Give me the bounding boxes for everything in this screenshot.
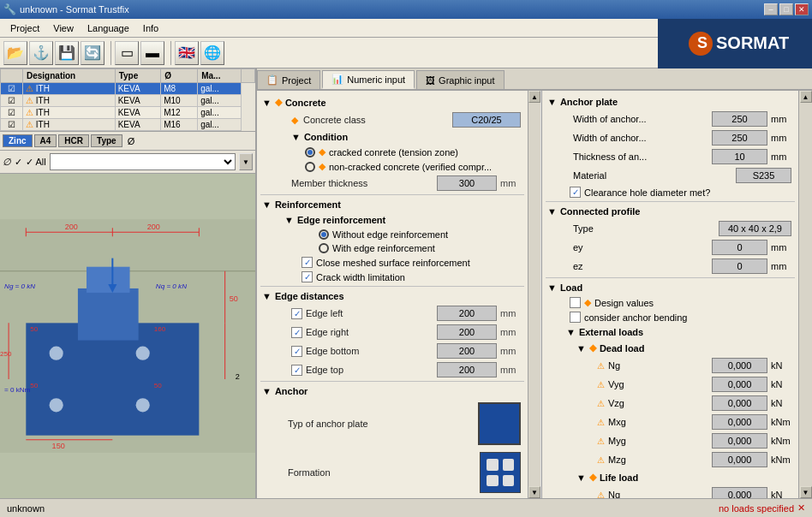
row-check-0[interactable]: ☑ [1,83,23,95]
close-mesh-check[interactable]: ✓ [302,257,313,268]
cracked-radio[interactable] [305,147,315,157]
crack-width-row[interactable]: ✓ Crack width limitation [274,270,524,284]
menu-info[interactable]: Info [136,21,165,35]
dead-load-header[interactable]: ▼ ◆ Dead load [559,340,795,356]
ap-clearance-row[interactable]: ✓ Clearance hole diameter met? [559,185,795,199]
condition-section-header[interactable]: ▼ Condition [274,129,524,145]
load-section-header[interactable]: ▼ Load [546,280,795,295]
tab-graphic-input[interactable]: 🖼 Graphic input [416,70,504,89]
anchor-section-header[interactable]: ▼ Anchor [260,383,524,399]
tab-numeric-input[interactable]: 📊 Numeric input [322,70,415,89]
mzg-value[interactable]: 0,000 [712,452,767,467]
non-cracked-radio[interactable] [305,162,315,172]
svg-text:50: 50 [154,382,162,389]
toolbar-view1-btn[interactable]: ▭ [115,41,139,65]
close-button[interactable]: ✕ [795,3,809,15]
non-cracked-radio-row[interactable]: ◆ non-cracked concrete (verified compr..… [274,159,524,174]
ap-clearance-check[interactable]: ✓ [570,187,581,198]
vzg-value[interactable]: 0,000 [712,395,767,411]
external-loads-header[interactable]: ▼ External loads [559,324,795,340]
formation-image[interactable] [480,452,521,493]
minimize-button[interactable]: – [764,3,778,15]
scroll-up-btn[interactable]: ▲ [528,91,540,103]
filter-dropdown[interactable] [50,153,236,170]
cracked-radio-row[interactable]: ◆ cracked conrete (tension zone) [274,145,524,159]
mxg-value[interactable]: 0,000 [712,414,767,430]
connected-profile-header[interactable]: ▼ Connected profile [546,204,795,219]
concrete-section-header[interactable]: ▼ ◆ Concrete [260,94,524,110]
without-edge-radio[interactable] [319,229,329,240]
table-row[interactable]: ☑ ⚠ ITH KEVA M10 gal... [1,95,255,107]
filter-tab-zinc[interactable]: Zinc [3,134,33,147]
close-mesh-row[interactable]: ✓ Close meshed surface reinforcement [274,255,524,270]
ap-material-value[interactable]: S235 [736,168,791,183]
toolbar-globe-btn[interactable]: 🌐 [200,41,224,65]
right-scrollbar[interactable]: ▲ ▼ [798,91,812,498]
row-check-1[interactable]: ☑ [1,95,23,107]
live-load-header[interactable]: ▼ ◆ Life load [559,469,795,485]
ng-value[interactable]: 0,000 [712,358,767,373]
nq-value[interactable]: 0,000 [712,487,767,498]
edge-top-value[interactable]: 200 [437,362,497,377]
edge-top-check[interactable]: ✓ [291,365,302,376]
r-scroll-down-btn[interactable]: ▼ [800,486,812,498]
edge-top-label: Edge top [306,365,433,375]
tab-project[interactable]: 📋 Project [257,70,320,89]
cp-ez-value[interactable]: 0 [712,258,767,274]
r-scroll-up-btn[interactable]: ▲ [800,91,812,103]
row-check-2[interactable]: ☑ [1,107,23,119]
edge-bottom-value[interactable]: 200 [437,343,497,359]
row-check-3[interactable]: ☑ [1,119,23,131]
filter-tab-a4[interactable]: A4 [34,134,57,147]
ap-width2-value[interactable]: 250 [712,130,767,146]
close-status-icon[interactable]: ✕ [797,502,805,514]
cp-type-label: Type [573,223,715,234]
edge-left-check[interactable]: ✓ [291,308,302,319]
without-edge-row[interactable]: Without edge reinforcement [274,228,524,241]
ap-width1-value[interactable]: 250 [712,111,767,127]
anchor-bending-check[interactable] [570,312,581,323]
toolbar-refresh-btn[interactable]: 🔄 [81,41,104,65]
toolbar-save-btn[interactable]: 💾 [55,41,79,65]
reinforcement-section-header[interactable]: ▼ Reinforcement [260,197,524,212]
toolbar-view2-btn[interactable]: ▬ [140,41,164,65]
myg-value[interactable]: 0,000 [712,433,767,449]
menu-project[interactable]: Project [3,21,46,35]
toolbar-anchor-btn[interactable]: ⚓ [29,41,53,65]
vyg-value[interactable]: 0,000 [712,377,767,392]
toolbar-open-btn[interactable]: 📂 [3,41,27,65]
menu-view[interactable]: View [46,21,81,35]
edge-distances-header[interactable]: ▼ Edge distances [260,288,524,304]
crack-width-check[interactable]: ✓ [302,271,313,282]
filter-tab-hcr[interactable]: HCR [58,134,89,147]
with-edge-row[interactable]: With edge reinforcement [274,241,524,255]
concrete-class-value[interactable]: C20/25 [452,112,521,128]
menu-language[interactable]: Language [81,21,136,35]
table-row[interactable]: ☑ ⚠ ITH KEVA M8 gal... [1,83,255,95]
maximize-button[interactable]: □ [779,3,793,15]
design-values-check[interactable] [570,297,581,308]
filter-tab-type[interactable]: Type [91,134,122,147]
title-bar-controls[interactable]: – □ ✕ [764,3,809,15]
edge-right-check[interactable]: ✓ [291,327,302,338]
cp-ey-value[interactable]: 0 [712,240,767,255]
cp-type-value[interactable]: 40 x 40 x 2,9 [719,221,791,236]
edge-bottom-check[interactable]: ✓ [291,346,302,357]
anchor-plate-section-header[interactable]: ▼ Anchor plate [546,94,795,110]
toolbar-flag-btn[interactable]: 🇬🇧 [175,41,199,65]
row-type-3: KEVA [115,119,161,131]
left-scrollbar[interactable]: ▲ ▼ [528,91,541,498]
with-edge-radio[interactable] [319,243,329,253]
edge-reinf-header[interactable]: ▼ Edge reinforcement [274,212,524,228]
scroll-down-btn[interactable]: ▼ [239,153,253,170]
table-row[interactable]: ☑ ⚠ ITH KEVA M16 gal... [1,119,255,131]
anchor-bending-row[interactable]: consider anchor bending [559,310,795,324]
scroll-down-btn[interactable]: ▼ [528,486,540,498]
edge-right-value[interactable]: 200 [437,324,497,340]
edge-left-value[interactable]: 200 [437,306,497,321]
table-row[interactable]: ☑ ⚠ ITH KEVA M12 gal... [1,107,255,119]
anchor-plate-image[interactable] [478,402,521,445]
member-thickness-value[interactable]: 300 [437,175,497,191]
ap-thickness-value[interactable]: 10 [712,149,767,164]
design-values-row[interactable]: ◆ Design values [559,295,795,310]
